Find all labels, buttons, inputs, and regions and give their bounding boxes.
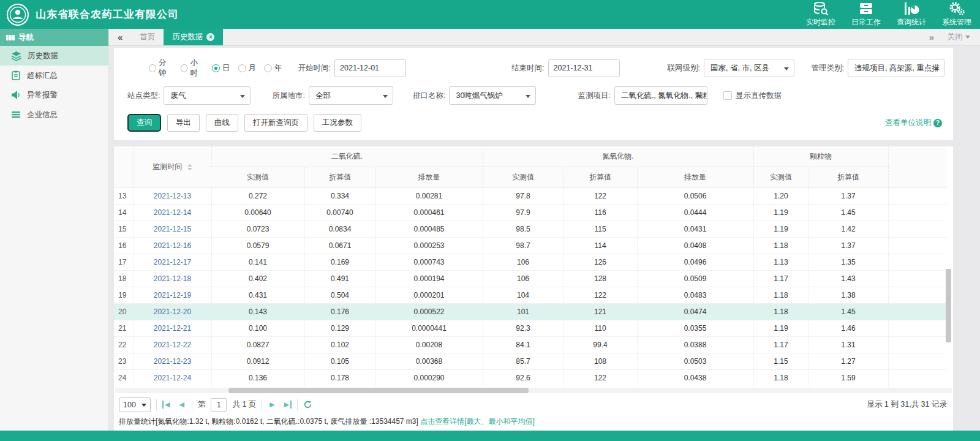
horizontal-scrollbar-thumb[interactable] [228,388,529,393]
cell-nox-real: 92.6 [483,370,564,386]
partial-column-header [888,146,947,188]
cell-nox-converted: 128 [564,271,637,287]
unit-description-link[interactable]: 查看单位说明 ? [885,118,944,128]
cell-nox-converted: 122 [564,287,637,304]
subheader-so2-converted: 折算值 [304,167,375,188]
table-row: 14 2021-12-14 0.00640 0.00740 0.000461 9… [114,205,947,221]
cell-pm-real: 1.17 [753,271,809,287]
site-type-select[interactable]: 废气 [164,86,251,105]
monitor-date-link[interactable]: 2021-12-13 [134,188,211,205]
last-page-icon[interactable]: ▶ [282,401,292,409]
nav-label: 查询统计 [897,17,926,28]
group-header-nox: 氮氧化物. [483,146,753,167]
refresh-icon[interactable] [303,400,312,409]
nav-realtime-monitor[interactable]: 实时监控 [806,1,835,28]
manage-type-select[interactable]: 违规项目, 高架源, 重点排 [848,59,944,77]
cell-pm-real: 1.19 [753,205,809,221]
speaker-icon [11,90,21,100]
monitor-date-link[interactable]: 2021-12-23 [134,353,211,370]
outlet-name-select[interactable]: 30吨燃气锅炉 [449,86,536,105]
monitor-date-link[interactable]: 2021-12-22 [134,337,211,353]
cell-partial [888,271,947,287]
stats-detail-link[interactable]: 点击查看详情[最大、最小和平均值] [420,417,535,426]
network-level-select[interactable]: 国家, 省, 市, 区县 [704,59,794,77]
page-number-input[interactable] [211,398,227,412]
radio-month[interactable]: 月 [238,63,257,74]
export-button[interactable]: 导出 [167,114,200,132]
tabs-scroll-left-icon[interactable]: « [109,29,131,45]
monitor-date-link[interactable]: 2021-12-20 [134,304,211,320]
cell-pm-converted: 1.43 [809,271,888,287]
table-row: 15 2021-12-15 0.0723 0.0834 0.000485 98.… [114,221,947,238]
cell-so2-real: 0.0723 [211,221,304,238]
sort-icon[interactable] [187,164,192,170]
first-page-icon[interactable]: ◀ [162,401,172,409]
vertical-scrollbar[interactable] [946,269,951,342]
tab-home[interactable]: 首页 [131,29,164,45]
monitor-date-link[interactable]: 2021-12-18 [134,271,211,287]
cell-so2-real: 0.100 [211,320,304,337]
cell-pm-converted: 1.27 [809,353,888,370]
monitor-date-link[interactable]: 2021-12-15 [134,221,211,238]
time-column-header[interactable]: 监测时间 [134,146,211,188]
close-tab-icon[interactable]: × [206,33,214,41]
cell-pm-real: 1.17 [753,337,809,353]
cell-nox-emission: 0.0483 [637,287,753,304]
end-time-input[interactable] [548,59,620,77]
tabs-scroll-right-icon[interactable]: » [921,29,943,45]
sidebar-item-abnormal-alarm[interactable]: 异常报警 [0,85,108,105]
cell-pm-real: 1.19 [753,320,809,337]
sidebar-item-company-info[interactable]: 企业信息 [0,105,108,124]
cell-so2-emission: 0.000461 [375,205,483,221]
radio-day[interactable]: 日 [212,63,230,74]
direct-data-checkbox[interactable] [723,91,732,100]
cell-partial [888,287,947,304]
monitor-date-link[interactable]: 2021-12-16 [134,238,211,254]
radio-hour[interactable]: 小时 [181,58,205,78]
sidebar-item-label: 异常报警 [27,90,58,100]
monitor-date-link[interactable]: 2021-12-19 [134,287,211,304]
monitor-date-link[interactable]: 2021-12-21 [134,320,211,337]
nav-daily-work[interactable]: 日常工作 [851,1,881,28]
monitor-date-link[interactable]: 2021-12-24 [134,370,211,386]
cell-pm-converted: 1.35 [809,254,888,271]
prev-page-icon[interactable]: ◀ [177,401,186,409]
nav-system-admin[interactable]: 系统管理 [942,1,971,28]
working-params-button[interactable]: 工况参数 [314,114,361,132]
radio-year[interactable]: 年 [264,63,282,74]
drawer-icon [859,1,873,16]
curve-button[interactable]: 曲线 [206,114,238,132]
table-row: 13 2021-12-13 0.272 0.334 0.00281 97.8 1… [114,188,947,205]
cell-pm-real: 1.13 [753,254,809,271]
sidebar: 导航 历史数据 超标汇总 [0,29,109,431]
open-new-query-button[interactable]: 打开新查询页 [244,114,307,132]
cell-nox-emission: 0.0503 [637,353,753,370]
horizontal-scrollbar-track[interactable] [115,388,952,393]
start-time-input[interactable] [334,59,406,77]
cell-pm-real: 1.18 [753,370,809,386]
cell-so2-real: 0.136 [211,370,304,386]
cell-partial [888,238,947,254]
tab-history-data[interactable]: 历史数据 × [164,29,223,45]
nav-query-stats[interactable]: 查询统计 [897,1,926,28]
monitor-items-select[interactable]: 二氧化硫., 氮氧化物., 颗粒 [614,86,707,105]
page-size-select[interactable]: 100 [119,398,151,412]
radio-minute[interactable]: 分钟 [149,58,173,78]
monitor-date-link[interactable]: 2021-12-17 [134,254,211,271]
table-row: 21 2021-12-21 0.100 0.129 0.0000441 92.3… [114,320,947,337]
next-page-icon[interactable]: ▶ [268,401,276,409]
close-menu-button[interactable]: 关闭 [948,29,980,45]
cell-pm-real: 1.18 [753,287,809,304]
nav-label: 系统管理 [942,17,971,28]
page-suffix: 共 1 页 [232,399,256,410]
period-radio-group: 分钟 小时 日 月 年 [149,58,282,78]
query-button[interactable]: 查询 [127,114,161,132]
cell-nox-real: 104 [483,287,564,304]
sidebar-item-exceed-summary[interactable]: 超标汇总 [0,66,108,85]
sidebar-item-history-data[interactable]: 历史数据 [0,46,108,66]
cell-nox-real: 98.5 [483,221,564,238]
monitor-date-link[interactable]: 2021-12-14 [134,205,211,221]
sidebar-header: 导航 [0,29,108,46]
city-select[interactable]: 全部 [309,86,393,105]
cell-nox-real: 101 [483,304,564,320]
